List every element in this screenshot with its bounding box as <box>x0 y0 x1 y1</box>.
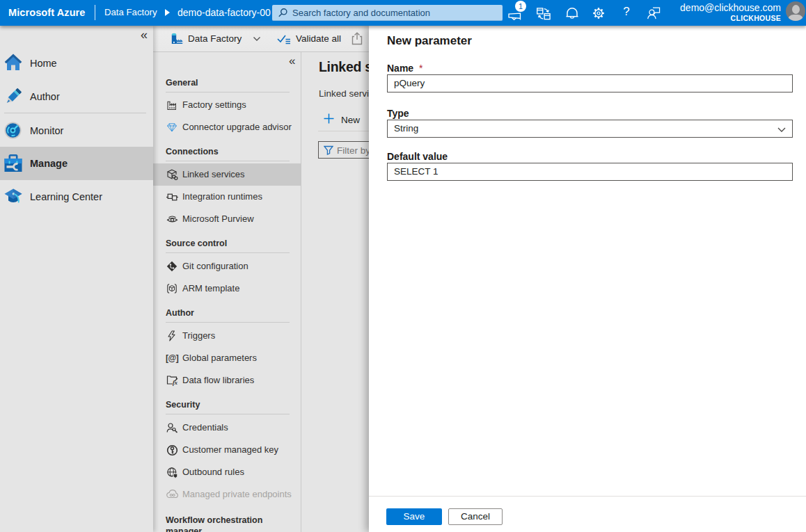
svg-text:fx: fx <box>173 379 178 386</box>
